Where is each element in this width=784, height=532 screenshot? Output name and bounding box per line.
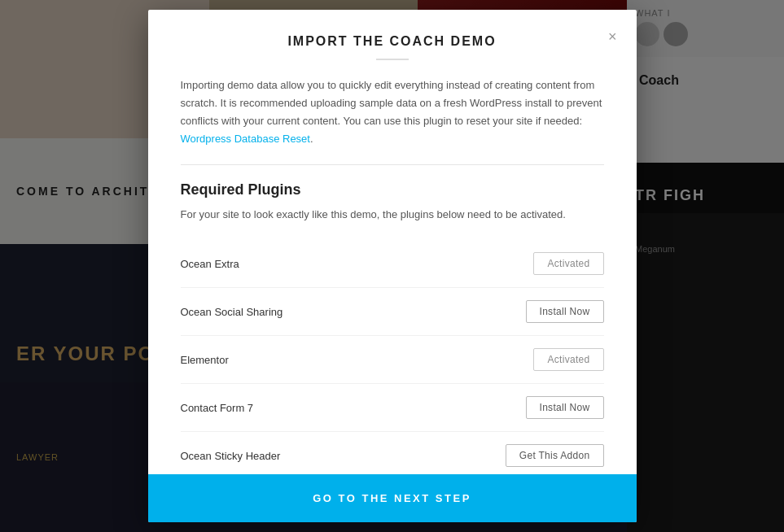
plugin-action-ocean-sticky[interactable]: Get This Addon	[506, 444, 604, 467]
plugin-row-ocean-extra: Ocean Extra Activated	[181, 240, 604, 288]
import-demo-modal: IMPORT THE COACH DEMO × Importing demo d…	[148, 10, 637, 522]
plugin-row-contact-form: Contact Form 7 Install Now	[181, 384, 604, 432]
next-step-button[interactable]: GO TO THE NEXT STEP	[148, 474, 637, 522]
plugin-name-contact-form: Contact Form 7	[181, 402, 254, 414]
plugin-action-elementor[interactable]: Activated	[533, 348, 603, 371]
modal-footer: GO TO THE NEXT STEP	[148, 474, 637, 522]
plugins-list: Ocean Extra Activated Ocean Social Shari…	[181, 240, 604, 474]
plugin-name-ocean-social: Ocean Social Sharing	[181, 306, 283, 318]
modal-description: Importing demo data allow you to quickly…	[181, 76, 604, 148]
plugin-row-elementor: Elementor Activated	[181, 336, 604, 384]
modal-close-button[interactable]: ×	[605, 26, 620, 47]
required-plugins-title: Required Plugins	[181, 181, 604, 198]
modal-body: Importing demo data allow you to quickly…	[148, 76, 637, 474]
plugin-action-ocean-social[interactable]: Install Now	[526, 300, 604, 323]
modal-description-text2: .	[310, 133, 313, 145]
plugin-action-ocean-extra[interactable]: Activated	[533, 252, 603, 275]
modal-divider	[181, 164, 604, 165]
modal-title: IMPORT THE COACH DEMO	[181, 34, 604, 49]
plugin-name-ocean-sticky: Ocean Sticky Header	[181, 450, 281, 462]
wordpress-reset-link[interactable]: Wordpress Database Reset	[181, 133, 310, 145]
plugin-row-ocean-social: Ocean Social Sharing Install Now	[181, 288, 604, 336]
modal-title-divider	[376, 59, 409, 60]
modal-overlay: IMPORT THE COACH DEMO × Importing demo d…	[0, 0, 784, 532]
plugins-description: For your site to look exactly like this …	[181, 207, 604, 224]
plugin-row-ocean-sticky: Ocean Sticky Header Get This Addon	[181, 432, 604, 474]
modal-header: IMPORT THE COACH DEMO ×	[148, 10, 637, 76]
modal-description-text1: Importing demo data allow you to quickly…	[181, 79, 602, 127]
plugin-action-contact-form[interactable]: Install Now	[526, 396, 604, 419]
plugin-name-elementor: Elementor	[181, 354, 229, 366]
plugin-name-ocean-extra: Ocean Extra	[181, 258, 239, 270]
